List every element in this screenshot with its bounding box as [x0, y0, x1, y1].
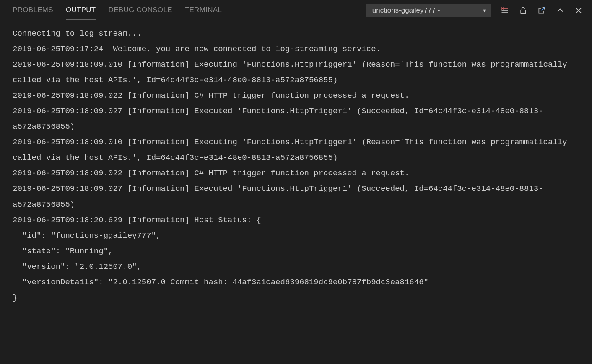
- close-icon: [574, 6, 583, 15]
- clear-output-icon: [501, 6, 509, 15]
- header-actions: functions-ggailey777 - ▼: [366, 4, 584, 17]
- dropdown-selected-label: functions-ggailey777 -: [370, 6, 440, 15]
- clear-output-button[interactable]: [500, 5, 510, 16]
- open-file-icon: [537, 6, 546, 15]
- dropdown-arrow-icon: ▼: [482, 8, 487, 13]
- lock-scroll-button[interactable]: [518, 5, 528, 16]
- panel-header: PROBLEMS OUTPUT DEBUG CONSOLE TERMINAL f…: [0, 0, 592, 21]
- chevron-up-icon: [556, 6, 564, 15]
- tab-terminal[interactable]: TERMINAL: [185, 1, 222, 20]
- unlock-icon: [519, 6, 527, 15]
- output-log-content[interactable]: Connecting to log stream... 2019-06-25T0…: [0, 21, 592, 364]
- close-panel-button[interactable]: [574, 5, 584, 16]
- tab-debug-console[interactable]: DEBUG CONSOLE: [109, 1, 172, 20]
- open-log-file-button[interactable]: [537, 5, 547, 16]
- tab-problems[interactable]: PROBLEMS: [13, 1, 53, 20]
- svg-rect-5: [521, 10, 526, 13]
- output-channel-dropdown[interactable]: functions-ggailey777 - ▼: [366, 4, 491, 17]
- panel-tabs: PROBLEMS OUTPUT DEBUG CONSOLE TERMINAL: [13, 1, 366, 20]
- tab-output[interactable]: OUTPUT: [66, 1, 96, 20]
- collapse-panel-button[interactable]: [555, 5, 565, 16]
